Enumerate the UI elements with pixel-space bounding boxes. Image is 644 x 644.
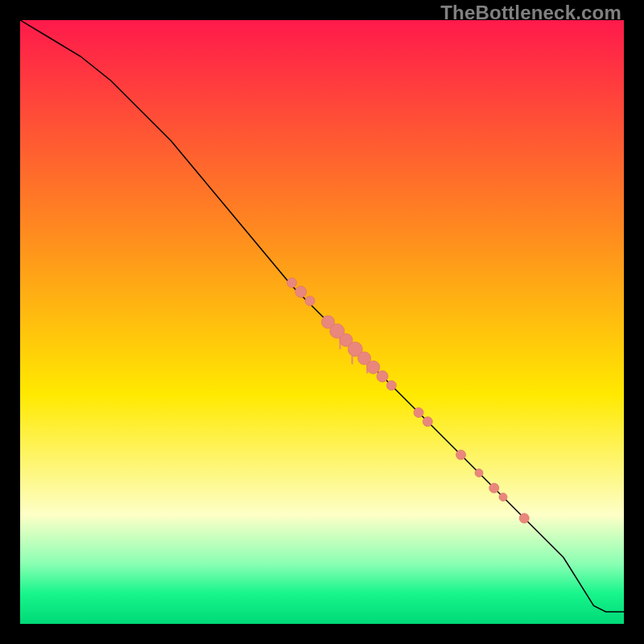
data-marker	[377, 371, 388, 382]
data-marker	[456, 450, 466, 460]
data-marker	[287, 278, 297, 287]
chart-overlay	[20, 20, 624, 624]
data-marker	[367, 361, 380, 374]
data-marker	[499, 493, 507, 502]
data-marker	[519, 514, 529, 523]
data-marker	[305, 296, 315, 306]
data-marker	[386, 381, 396, 390]
data-marker	[414, 408, 423, 418]
data-markers	[287, 278, 530, 523]
data-marker	[489, 483, 499, 493]
bottleneck-curve	[20, 20, 624, 612]
data-marker	[295, 287, 307, 298]
data-marker	[423, 417, 432, 427]
data-marker	[475, 469, 483, 477]
